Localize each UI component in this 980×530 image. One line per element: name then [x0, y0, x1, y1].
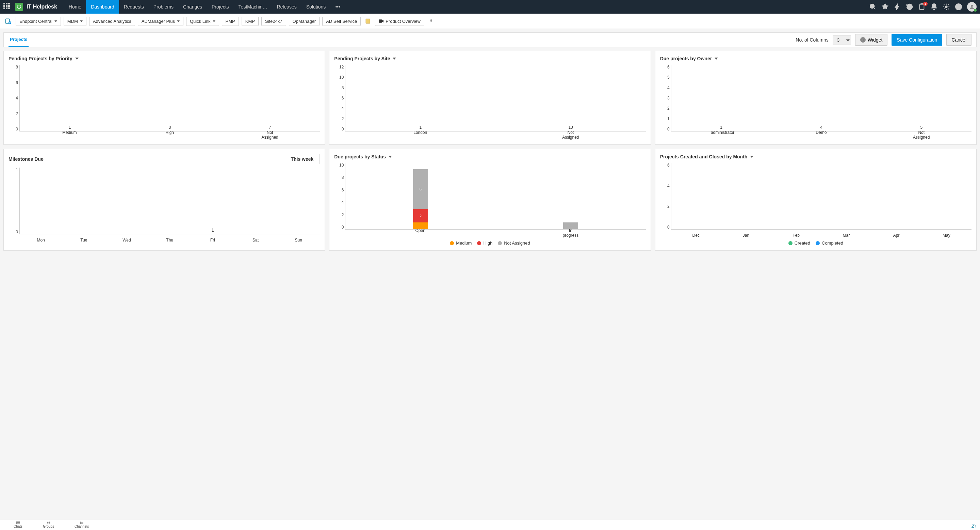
bar[interactable]: 26 — [410, 169, 431, 229]
x-axis: LondonNot Assigned — [345, 130, 646, 140]
widget-title: Due projects by Owner — [660, 56, 972, 61]
widget-title: Pending Projects by Site — [334, 56, 646, 61]
chart-area: 02468137MediumHighNot Assigned — [8, 65, 320, 140]
chevron-down-icon[interactable] — [393, 57, 396, 60]
rocket-icon[interactable] — [427, 17, 435, 25]
apps-grid-icon[interactable] — [3, 3, 11, 11]
nav-testmachin[interactable]: TestMachin… — [234, 0, 272, 14]
legend-item: High — [477, 241, 492, 246]
nav-problems[interactable]: Problems — [149, 0, 178, 14]
x-axis: OpenIn progress — [345, 228, 646, 238]
x-axis: administratorDemoNot Assigned — [671, 130, 972, 140]
chart-area: 0123456145administratorDemoNot Assigned — [660, 65, 972, 140]
svg-point-1 — [870, 4, 875, 8]
svg-rect-11 — [379, 19, 382, 22]
legend-item: Completed — [816, 241, 843, 246]
nav-solutions[interactable]: Solutions — [301, 0, 331, 14]
plot-area: 137 — [19, 65, 320, 131]
x-axis: MonTueWedThuFriSatSun — [19, 238, 320, 243]
opmanager-button[interactable]: OpManager — [289, 17, 320, 26]
topbar-right: 1 — [869, 2, 977, 11]
presence-dot-icon — [974, 9, 977, 11]
sub-bar: Endpoint Central MDM Advanced Analytics … — [0, 14, 980, 29]
bolt-icon[interactable] — [894, 3, 901, 11]
caret-down-icon — [54, 21, 57, 22]
y-axis: 0246810 — [334, 163, 344, 230]
nav-projects[interactable]: Projects — [207, 0, 234, 14]
columns-label: No. of Columns — [795, 37, 828, 43]
chart-area: 011MonTueWedThuFriSatSun — [8, 168, 320, 243]
new-request-icon[interactable] — [3, 16, 13, 26]
app-title: IT Helpdesk — [27, 4, 57, 10]
chevron-down-icon[interactable] — [714, 57, 718, 60]
y-axis: 02468 — [8, 65, 18, 131]
save-button[interactable]: Save Configuration — [891, 34, 942, 46]
chevron-down-icon[interactable] — [750, 156, 753, 158]
caret-down-icon — [177, 21, 180, 22]
nav-requests[interactable]: Requests — [119, 0, 149, 14]
x-axis: DecJanFebMarAprMay — [671, 233, 972, 238]
endpoint-central-dropdown[interactable]: Endpoint Central — [16, 17, 61, 26]
legend: CreatedCompleted — [660, 241, 972, 246]
user-avatar[interactable] — [967, 2, 977, 11]
widget-w2: Pending Projects by Site024681012110Lond… — [329, 51, 651, 145]
chevron-down-icon[interactable] — [75, 57, 79, 60]
history-icon[interactable] — [906, 3, 913, 11]
widget-w4: Milestones DueThis week011MonTueWedThuFr… — [3, 149, 325, 251]
chart-area: 024681012110LondonNot Assigned — [334, 65, 646, 140]
chart-area: 024666DecJanFebMarAprMay — [660, 163, 972, 238]
nav-releases[interactable]: Releases — [272, 0, 301, 14]
notification-badge: 1 — [923, 2, 928, 6]
admanager-dropdown[interactable]: ADManager Plus — [138, 17, 183, 26]
widget-grid: Pending Projects by Priority02468137Medi… — [0, 47, 980, 254]
product-overview-button[interactable]: Product Overview — [375, 17, 424, 26]
plot-area: 66 — [671, 163, 972, 230]
widget-title: Due projects by Status — [334, 154, 646, 160]
milestones-range-dropdown[interactable]: This week — [287, 154, 320, 164]
nav-more[interactable]: ••• — [331, 0, 345, 14]
pin-icon[interactable] — [881, 3, 889, 11]
video-icon — [379, 19, 383, 23]
cancel-button[interactable]: Cancel — [946, 34, 972, 46]
svg-point-6 — [959, 8, 959, 8]
tab-projects[interactable]: Projects — [8, 33, 29, 47]
pmp-button[interactable]: PMP — [222, 17, 239, 26]
advanced-analytics-button[interactable]: Advanced Analytics — [89, 17, 135, 26]
widget-w3: Due projects by Owner0123456145administr… — [655, 51, 977, 145]
adself-button[interactable]: AD Self Service — [322, 17, 361, 26]
nav-home[interactable]: Home — [64, 0, 86, 14]
note-icon[interactable] — [363, 17, 372, 26]
help-icon[interactable] — [955, 3, 962, 11]
x-axis: MediumHighNot Assigned — [19, 130, 320, 140]
kmp-button[interactable]: KMP — [242, 17, 259, 26]
search-icon[interactable] — [869, 3, 877, 11]
widget-title: Pending Projects by Priority — [8, 56, 320, 61]
bar[interactable]: 1 — [202, 228, 223, 234]
svg-rect-10 — [366, 19, 370, 24]
nav-changes[interactable]: Changes — [178, 0, 207, 14]
widget-button[interactable]: +Widget — [855, 34, 888, 46]
columns-select[interactable]: 3 — [833, 35, 851, 45]
legend-item: Created — [788, 241, 810, 246]
widget-w5: Due projects by Status024681026OpenIn pr… — [329, 149, 651, 251]
y-axis: 0246 — [660, 163, 670, 230]
widget-title: Milestones DueThis week — [8, 154, 320, 164]
gear-icon[interactable] — [943, 3, 950, 11]
y-axis: 0123456 — [660, 65, 670, 131]
widget-w1: Pending Projects by Priority02468137Medi… — [3, 51, 325, 145]
svg-point-4 — [945, 6, 947, 8]
caret-down-icon — [213, 21, 215, 22]
nav-dashboard[interactable]: Dashboard — [86, 0, 119, 14]
legend-item: Medium — [450, 241, 472, 246]
plus-circle-icon: + — [860, 37, 865, 43]
svg-rect-3 — [920, 5, 924, 10]
mdm-dropdown[interactable]: MDM — [64, 17, 86, 26]
bell-icon[interactable] — [930, 3, 938, 11]
svg-point-7 — [971, 5, 973, 7]
legend: MediumHighNot Assigned — [334, 241, 646, 246]
site24x7-button[interactable]: Site24x7 — [261, 17, 286, 26]
clipboard-icon[interactable]: 1 — [918, 3, 926, 11]
quicklink-dropdown[interactable]: Quick Link — [186, 17, 219, 26]
y-axis: 024681012 — [334, 65, 344, 131]
chevron-down-icon[interactable] — [388, 156, 392, 158]
